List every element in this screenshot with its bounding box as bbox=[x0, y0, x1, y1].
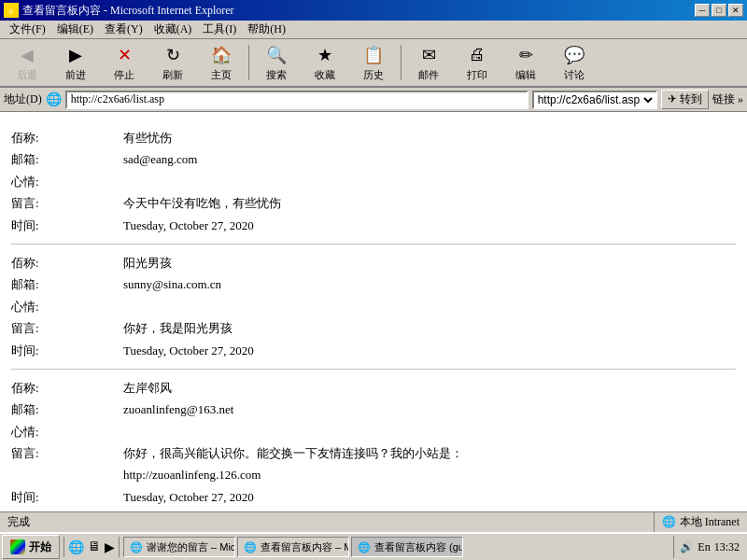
stop-icon: ✕ bbox=[113, 44, 135, 66]
menu-file[interactable]: 文件(F) bbox=[4, 21, 51, 38]
title-text: 查看留言板内容 - Microsoft Internet Explorer bbox=[22, 3, 234, 19]
title-icon: e bbox=[4, 3, 19, 18]
address-bar: 地址(D) 🌐 http://c2x6a6/list.asp ✈ 转到 链接 » bbox=[0, 88, 747, 112]
edit-icon: ✏ bbox=[514, 44, 537, 66]
go-button[interactable]: ✈ 转到 bbox=[661, 90, 709, 109]
stop-button[interactable]: ✕ 停止 bbox=[101, 41, 148, 84]
windows-icon bbox=[10, 539, 25, 554]
back-button[interactable]: ◀ 后退 bbox=[4, 41, 50, 84]
taskbar-system-tray: 🔊 En 13:32 bbox=[673, 536, 745, 558]
entry-2-message-row: 留言: 你好，我是阳光男孩 bbox=[11, 317, 736, 339]
message-value-1: 今天中午没有吃饱，有些忧伤 bbox=[123, 192, 281, 214]
edit-button[interactable]: ✏ 编辑 bbox=[502, 41, 549, 84]
mail-icon: ✉ bbox=[417, 44, 440, 66]
favorites-icon: ★ bbox=[314, 44, 336, 66]
entry-2: 佰称: 阳光男孩 邮箱: sunny@sina.com.cn 心情: 留言: 你… bbox=[11, 245, 736, 370]
back-icon: ◀ bbox=[16, 44, 38, 66]
discuss-button[interactable]: 💬 讨论 bbox=[551, 41, 598, 84]
history-icon: 📋 bbox=[362, 44, 385, 66]
entry-3-time-row: 时间: Tuesday, October 27, 2020 bbox=[11, 486, 736, 508]
message-label-3: 留言: bbox=[11, 442, 123, 464]
forward-icon: ▶ bbox=[64, 44, 87, 66]
home-button[interactable]: 🏠 主页 bbox=[198, 41, 245, 84]
email-label-3: 邮箱: bbox=[11, 399, 123, 420]
menu-view[interactable]: 查看(Y) bbox=[99, 21, 148, 38]
start-label: 开始 bbox=[29, 539, 51, 555]
content-area: 佰称: 有些忧伤 邮箱: sad@eang.com 心情: 留言: 今天中午没有… bbox=[0, 112, 747, 511]
start-button[interactable]: 开始 bbox=[2, 535, 60, 559]
entry-1-mood-row: 心情: bbox=[11, 171, 736, 192]
home-label: 主页 bbox=[211, 68, 232, 82]
status-zone-icon: 🌐 bbox=[662, 515, 676, 529]
time-label-3: 时间: bbox=[11, 486, 123, 508]
nickname-value-2: 阳光男孩 bbox=[123, 252, 172, 273]
desktop-quicklaunch-icon[interactable]: 🖥 bbox=[88, 539, 101, 554]
entry-1-message-row: 留言: 今天中午没有吃饱，有些忧伤 bbox=[11, 192, 736, 214]
taskbar-task-1-icon: 🌐 bbox=[130, 541, 143, 553]
menu-tools[interactable]: 工具(I) bbox=[197, 21, 242, 38]
email-label-1: 邮箱: bbox=[11, 148, 123, 170]
toolbar-separator-1 bbox=[248, 45, 249, 80]
history-button[interactable]: 📋 历史 bbox=[350, 41, 397, 84]
address-input[interactable] bbox=[65, 91, 529, 109]
menu-help[interactable]: 帮助(H) bbox=[242, 21, 291, 38]
menu-bar: 文件(F) 编辑(E) 查看(Y) 收藏(A) 工具(I) 帮助(H) bbox=[0, 21, 747, 39]
taskbar-task-3-label: 查看留言板内容 (gue... bbox=[374, 540, 463, 554]
address-dropdown[interactable]: http://c2x6a6/list.asp bbox=[532, 91, 657, 109]
entry-3-email-row: 邮箱: zuoanlinfeng@163.net bbox=[11, 399, 736, 420]
print-icon: 🖨 bbox=[466, 44, 488, 66]
nickname-value-3: 左岸邻风 bbox=[123, 377, 172, 399]
history-label: 历史 bbox=[363, 68, 384, 82]
mail-button[interactable]: ✉ 邮件 bbox=[405, 41, 452, 84]
print-button[interactable]: 🖨 打印 bbox=[454, 41, 500, 84]
taskbar-task-3[interactable]: 🌐 查看留言板内容 (gue... bbox=[351, 537, 463, 557]
media-quicklaunch-icon[interactable]: ▶ bbox=[105, 539, 115, 555]
search-label: 搜索 bbox=[266, 68, 287, 82]
links-button[interactable]: 链接 » bbox=[712, 91, 743, 107]
forward-button[interactable]: ▶ 前进 bbox=[52, 41, 99, 84]
close-button[interactable]: ✕ bbox=[728, 4, 743, 17]
taskbar-task-1-label: 谢谢您的留言 – Micr... bbox=[147, 540, 235, 554]
taskbar-task-2-icon: 🌐 bbox=[244, 541, 257, 553]
maximize-button[interactable]: □ bbox=[712, 4, 726, 17]
mood-label-3: 心情: bbox=[11, 421, 123, 442]
minimize-button[interactable]: ─ bbox=[695, 4, 710, 17]
time-value-1: Tuesday, October 27, 2020 bbox=[123, 215, 254, 236]
entry-1: 佰称: 有些忧伤 邮箱: sad@eang.com 心情: 留言: 今天中午没有… bbox=[11, 119, 736, 245]
print-label: 打印 bbox=[467, 68, 487, 82]
ie-quicklaunch-icon[interactable]: 🌐 bbox=[68, 539, 84, 555]
time-label-2: 时间: bbox=[11, 340, 123, 361]
mail-label: 邮件 bbox=[418, 68, 439, 82]
stop-label: 停止 bbox=[114, 68, 134, 82]
email-value-2: sunny@sina.com.cn bbox=[123, 273, 221, 295]
status-bar: 完成 🌐 本地 Intranet bbox=[0, 511, 747, 532]
search-icon: 🔍 bbox=[265, 44, 288, 66]
entry-3-mood-row: 心情: bbox=[11, 421, 736, 442]
discuss-icon: 💬 bbox=[563, 44, 585, 66]
entry-2-mood-row: 心情: bbox=[11, 296, 736, 317]
mood-label-1: 心情: bbox=[11, 171, 123, 192]
discuss-label: 讨论 bbox=[564, 68, 585, 82]
toolbar: ◀ 后退 ▶ 前进 ✕ 停止 ↻ 刷新 🏠 主页 🔍 搜索 ★ 收藏 📋 历史 … bbox=[0, 39, 747, 88]
menu-edit[interactable]: 编辑(E) bbox=[51, 21, 99, 38]
menu-favorites[interactable]: 收藏(A) bbox=[148, 21, 198, 38]
search-button[interactable]: 🔍 搜索 bbox=[253, 41, 300, 84]
entry-2-nickname-row: 佰称: 阳光男孩 bbox=[11, 252, 736, 273]
email-value-3: zuoanlinfeng@163.net bbox=[123, 399, 233, 420]
taskbar-task-1[interactable]: 🌐 谢谢您的留言 – Micr... bbox=[123, 537, 235, 557]
nickname-label-3: 佰称: bbox=[11, 377, 123, 399]
favorites-button[interactable]: ★ 收藏 bbox=[302, 41, 348, 84]
entry-2-time-row: 时间: Tuesday, October 27, 2020 bbox=[11, 340, 736, 361]
nickname-label-1: 佰称: bbox=[11, 127, 123, 148]
quick-launch: 🌐 🖥 ▶ bbox=[68, 539, 115, 555]
status-message: 完成 bbox=[7, 514, 30, 530]
mood-label-2: 心情: bbox=[11, 296, 123, 317]
taskbar-task-2[interactable]: 🌐 查看留言板内容 – Mic... bbox=[237, 537, 349, 557]
taskbar: 开始 🌐 🖥 ▶ 🌐 谢谢您的留言 – Micr... 🌐 查看留言板内容 – … bbox=[0, 532, 747, 560]
taskbar-task-3-icon: 🌐 bbox=[358, 541, 371, 553]
status-text: 完成 bbox=[0, 512, 655, 532]
entry-3: 佰称: 左岸邻风 邮箱: zuoanlinfeng@163.net 心情: 留言… bbox=[11, 370, 736, 511]
email-value-1: sad@eang.com bbox=[123, 148, 197, 170]
refresh-button[interactable]: ↻ 刷新 bbox=[149, 41, 196, 84]
taskbar-separator bbox=[63, 537, 64, 557]
